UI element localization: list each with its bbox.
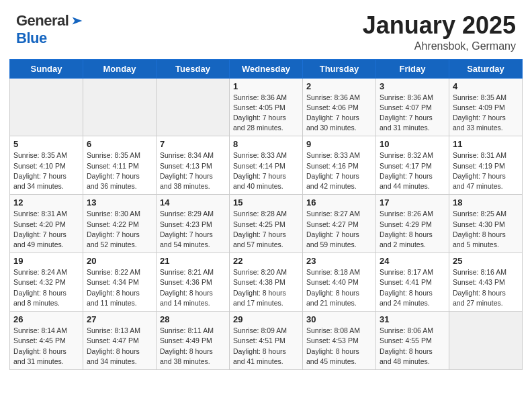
sunset-text: Sunset: 4:38 PM bbox=[233, 278, 285, 286]
calendar-cell: 31Sunrise: 8:06 AMSunset: 4:55 PMDayligh… bbox=[376, 312, 449, 370]
daylight-text: Daylight: 8 hours and 34 minutes. bbox=[87, 347, 140, 365]
day-number: 11 bbox=[453, 139, 519, 149]
calendar-header-friday: Friday bbox=[376, 59, 449, 78]
calendar-cell: 26Sunrise: 8:14 AMSunset: 4:45 PMDayligh… bbox=[10, 312, 83, 370]
day-number: 9 bbox=[306, 139, 372, 149]
day-info: Sunrise: 8:35 AMSunset: 4:10 PMDaylight:… bbox=[13, 150, 79, 191]
sunrise-text: Sunrise: 8:25 AM bbox=[453, 210, 506, 218]
sunset-text: Sunset: 4:27 PM bbox=[306, 220, 359, 228]
calendar-header-row: SundayMondayTuesdayWednesdayThursdayFrid… bbox=[10, 59, 523, 78]
sunset-text: Sunset: 4:34 PM bbox=[87, 278, 139, 286]
header: General Blue January 2025 Ahrensbok, Ger… bbox=[0, 0, 532, 59]
calendar-cell: 17Sunrise: 8:26 AMSunset: 4:29 PMDayligh… bbox=[376, 195, 449, 253]
sunset-text: Sunset: 4:55 PM bbox=[380, 336, 432, 345]
sunrise-text: Sunrise: 8:31 AM bbox=[453, 151, 506, 159]
sunrise-text: Sunrise: 8:36 AM bbox=[233, 93, 287, 101]
daylight-text: Daylight: 8 hours and 41 minutes. bbox=[233, 347, 286, 365]
sunrise-text: Sunrise: 8:33 AM bbox=[306, 151, 360, 159]
calendar-cell: 13Sunrise: 8:30 AMSunset: 4:22 PMDayligh… bbox=[83, 195, 157, 253]
month-title: January 2025 bbox=[363, 12, 516, 39]
sunrise-text: Sunrise: 8:36 AM bbox=[306, 93, 360, 101]
day-number: 10 bbox=[380, 139, 445, 149]
sunset-text: Sunset: 4:53 PM bbox=[306, 336, 359, 345]
calendar-cell: 14Sunrise: 8:29 AMSunset: 4:23 PMDayligh… bbox=[157, 195, 230, 253]
sunrise-text: Sunrise: 8:30 AM bbox=[87, 210, 140, 218]
day-number: 25 bbox=[453, 256, 519, 266]
calendar-cell: 20Sunrise: 8:22 AMSunset: 4:34 PMDayligh… bbox=[83, 253, 157, 312]
day-number: 3 bbox=[380, 81, 445, 91]
calendar-week-row: 1Sunrise: 8:36 AMSunset: 4:05 PMDaylight… bbox=[10, 78, 523, 136]
calendar-cell bbox=[157, 78, 230, 136]
sunset-text: Sunset: 4:36 PM bbox=[160, 278, 212, 286]
sunset-text: Sunset: 4:32 PM bbox=[13, 278, 66, 286]
daylight-text: Daylight: 7 hours and 44 minutes. bbox=[380, 172, 433, 190]
svg-marker-0 bbox=[73, 17, 83, 25]
calendar-header-tuesday: Tuesday bbox=[157, 59, 230, 78]
day-info: Sunrise: 8:30 AMSunset: 4:22 PMDaylight:… bbox=[87, 209, 152, 250]
daylight-text: Daylight: 8 hours and 2 minutes. bbox=[380, 230, 433, 248]
sunrise-text: Sunrise: 8:35 AM bbox=[13, 151, 67, 159]
daylight-text: Daylight: 7 hours and 40 minutes. bbox=[233, 172, 286, 190]
day-info: Sunrise: 8:13 AMSunset: 4:47 PMDaylight:… bbox=[87, 326, 152, 367]
daylight-text: Daylight: 8 hours and 14 minutes. bbox=[160, 289, 213, 307]
page: General Blue January 2025 Ahrensbok, Ger… bbox=[0, 0, 532, 411]
calendar-cell: 28Sunrise: 8:11 AMSunset: 4:49 PMDayligh… bbox=[157, 312, 230, 370]
day-number: 15 bbox=[233, 197, 299, 208]
calendar-cell: 18Sunrise: 8:25 AMSunset: 4:30 PMDayligh… bbox=[449, 195, 523, 253]
day-number: 21 bbox=[160, 256, 226, 266]
day-number: 27 bbox=[87, 314, 152, 324]
daylight-text: Daylight: 7 hours and 49 minutes. bbox=[13, 230, 66, 248]
sunset-text: Sunset: 4:41 PM bbox=[380, 278, 432, 286]
sunrise-text: Sunrise: 8:14 AM bbox=[13, 326, 67, 334]
day-number: 13 bbox=[87, 197, 152, 208]
logo-blue-text: Blue bbox=[16, 30, 47, 47]
calendar-cell: 30Sunrise: 8:08 AMSunset: 4:53 PMDayligh… bbox=[303, 312, 376, 370]
location-title: Ahrensbok, Germany bbox=[363, 40, 516, 52]
day-number: 5 bbox=[13, 139, 79, 149]
calendar-cell: 11Sunrise: 8:31 AMSunset: 4:19 PMDayligh… bbox=[449, 136, 523, 195]
daylight-text: Daylight: 8 hours and 38 minutes. bbox=[160, 347, 213, 365]
day-info: Sunrise: 8:33 AMSunset: 4:14 PMDaylight:… bbox=[233, 150, 299, 191]
daylight-text: Daylight: 7 hours and 33 minutes. bbox=[453, 113, 506, 132]
day-info: Sunrise: 8:21 AMSunset: 4:36 PMDaylight:… bbox=[160, 267, 226, 308]
daylight-text: Daylight: 8 hours and 24 minutes. bbox=[380, 289, 433, 307]
calendar-header-wednesday: Wednesday bbox=[230, 59, 303, 78]
calendar-header-saturday: Saturday bbox=[449, 59, 523, 78]
day-info: Sunrise: 8:11 AMSunset: 4:49 PMDaylight:… bbox=[160, 326, 226, 367]
sunset-text: Sunset: 4:17 PM bbox=[380, 162, 432, 170]
sunset-text: Sunset: 4:47 PM bbox=[87, 336, 139, 345]
day-number: 8 bbox=[233, 139, 299, 149]
sunrise-text: Sunrise: 8:36 AM bbox=[380, 93, 433, 101]
day-number: 19 bbox=[13, 256, 79, 266]
sunrise-text: Sunrise: 8:24 AM bbox=[13, 268, 67, 276]
sunset-text: Sunset: 4:05 PM bbox=[233, 103, 285, 111]
day-info: Sunrise: 8:25 AMSunset: 4:30 PMDaylight:… bbox=[453, 209, 519, 250]
calendar-cell: 7Sunrise: 8:34 AMSunset: 4:13 PMDaylight… bbox=[157, 136, 230, 195]
sunset-text: Sunset: 4:22 PM bbox=[87, 220, 139, 228]
day-info: Sunrise: 8:36 AMSunset: 4:05 PMDaylight:… bbox=[233, 93, 299, 134]
sunset-text: Sunset: 4:07 PM bbox=[380, 103, 432, 111]
day-info: Sunrise: 8:20 AMSunset: 4:38 PMDaylight:… bbox=[233, 267, 299, 308]
daylight-text: Daylight: 8 hours and 17 minutes. bbox=[233, 289, 286, 307]
daylight-text: Daylight: 7 hours and 34 minutes. bbox=[13, 172, 66, 190]
calendar-cell bbox=[449, 312, 523, 370]
calendar-cell bbox=[10, 78, 83, 136]
calendar-header-thursday: Thursday bbox=[303, 59, 376, 78]
day-number: 6 bbox=[87, 139, 152, 149]
day-info: Sunrise: 8:36 AMSunset: 4:06 PMDaylight:… bbox=[306, 93, 372, 134]
calendar-cell: 21Sunrise: 8:21 AMSunset: 4:36 PMDayligh… bbox=[157, 253, 230, 312]
sunrise-text: Sunrise: 8:16 AM bbox=[453, 268, 506, 276]
day-info: Sunrise: 8:14 AMSunset: 4:45 PMDaylight:… bbox=[13, 326, 79, 367]
sunset-text: Sunset: 4:06 PM bbox=[306, 103, 359, 111]
day-number: 28 bbox=[160, 314, 226, 324]
logo-general-text: General bbox=[16, 12, 69, 30]
daylight-text: Daylight: 7 hours and 28 minutes. bbox=[233, 113, 286, 132]
daylight-text: Daylight: 7 hours and 52 minutes. bbox=[87, 230, 140, 248]
calendar-cell: 8Sunrise: 8:33 AMSunset: 4:14 PMDaylight… bbox=[230, 136, 303, 195]
title-block: January 2025 Ahrensbok, Germany bbox=[363, 12, 516, 52]
sunrise-text: Sunrise: 8:31 AM bbox=[13, 210, 67, 218]
calendar-cell: 27Sunrise: 8:13 AMSunset: 4:47 PMDayligh… bbox=[83, 312, 157, 370]
calendar-cell: 3Sunrise: 8:36 AMSunset: 4:07 PMDaylight… bbox=[376, 78, 449, 136]
daylight-text: Daylight: 7 hours and 59 minutes. bbox=[306, 230, 359, 248]
logo-arrow-icon bbox=[70, 13, 85, 28]
